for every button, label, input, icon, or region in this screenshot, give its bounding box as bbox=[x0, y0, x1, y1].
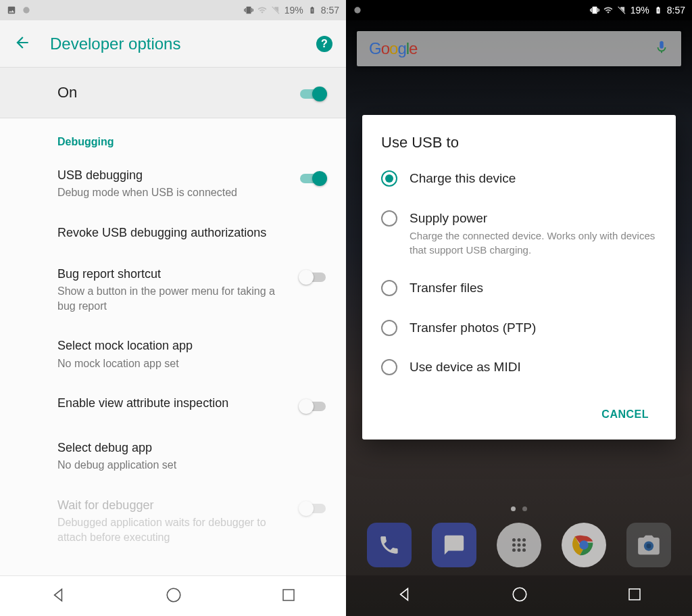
dialog-title: Use USB to bbox=[381, 134, 657, 151]
app-drawer-icon[interactable] bbox=[497, 523, 541, 567]
setting-sub: No mock location app set bbox=[57, 356, 316, 371]
svg-point-3 bbox=[354, 7, 360, 13]
radio-charge-device[interactable]: Charge this device bbox=[381, 170, 657, 187]
google-logo: Google bbox=[369, 39, 417, 58]
master-switch[interactable] bbox=[299, 85, 327, 103]
page-dot bbox=[522, 506, 527, 511]
app-bar: Developer options ? bbox=[0, 20, 346, 68]
nav-back-icon[interactable] bbox=[49, 586, 67, 607]
clock: 8:57 bbox=[321, 5, 339, 16]
home-content: Google Use USB to Charge this device Sup… bbox=[346, 20, 692, 616]
radio-icon[interactable] bbox=[381, 170, 397, 187]
section-header: Debugging bbox=[0, 118, 346, 155]
setting-sub: Debug mode when USB is connected bbox=[57, 185, 288, 200]
radio-transfer-files[interactable]: Transfer files bbox=[381, 280, 657, 297]
setting-select-debug-app[interactable]: Select debug app No debug application se… bbox=[0, 427, 346, 485]
page-indicator bbox=[346, 506, 692, 511]
search-bar[interactable]: Google bbox=[357, 31, 681, 66]
svg-point-9 bbox=[522, 544, 526, 547]
svg-point-6 bbox=[522, 538, 526, 542]
dock bbox=[346, 515, 692, 575]
chrome-app-icon[interactable] bbox=[562, 523, 606, 567]
no-sim-icon bbox=[271, 5, 280, 15]
master-toggle-row[interactable]: On bbox=[0, 68, 346, 118]
vibrate-icon bbox=[244, 5, 253, 15]
notification-dot-icon bbox=[353, 5, 362, 15]
svg-point-10 bbox=[512, 548, 516, 552]
svg-point-7 bbox=[512, 544, 516, 547]
wait-debugger-switch bbox=[299, 500, 327, 517]
setting-title: Select debug app bbox=[57, 440, 316, 456]
setting-sub: Debugged application waits for debugger … bbox=[57, 515, 288, 544]
back-icon[interactable] bbox=[14, 34, 31, 54]
radio-label: Charge this device bbox=[410, 170, 516, 187]
radio-label: Transfer photos (PTP) bbox=[410, 320, 536, 337]
nav-back-icon[interactable] bbox=[395, 586, 413, 606]
svg-rect-19 bbox=[629, 589, 640, 600]
radio-transfer-photos[interactable]: Transfer photos (PTP) bbox=[381, 320, 657, 337]
svg-point-8 bbox=[518, 544, 521, 547]
messages-app-icon[interactable] bbox=[432, 523, 476, 567]
radio-icon[interactable] bbox=[381, 280, 397, 296]
setting-title: Select mock location app bbox=[57, 337, 316, 354]
nav-bar bbox=[346, 575, 692, 616]
nav-home-icon[interactable] bbox=[165, 586, 182, 607]
usb-debugging-switch[interactable] bbox=[299, 170, 327, 187]
nav-home-icon[interactable] bbox=[511, 586, 528, 606]
usb-dialog: Use USB to Charge this device Supply pow… bbox=[362, 115, 676, 440]
settings-list: On Debugging USB debugging Debug mode wh… bbox=[0, 68, 346, 575]
svg-point-11 bbox=[518, 548, 521, 552]
svg-point-1 bbox=[167, 588, 180, 602]
setting-usb-debugging[interactable]: USB debugging Debug mode when USB is con… bbox=[0, 155, 346, 212]
settings-screen: 19% 8:57 Developer options ? On Debuggin… bbox=[0, 0, 346, 616]
setting-view-attribute[interactable]: Enable view attribute inspection bbox=[0, 383, 346, 427]
help-icon[interactable]: ? bbox=[316, 36, 332, 52]
svg-point-18 bbox=[513, 588, 526, 601]
notification-dot-icon bbox=[22, 5, 31, 15]
no-sim-icon bbox=[617, 5, 626, 15]
view-attr-switch[interactable] bbox=[299, 398, 327, 415]
setting-title: Revoke USB debugging authorizations bbox=[57, 224, 316, 241]
svg-point-12 bbox=[522, 548, 526, 552]
radio-midi[interactable]: Use device as MIDI bbox=[381, 359, 657, 376]
battery-percent: 19% bbox=[285, 5, 303, 16]
setting-title: Wait for debugger bbox=[57, 497, 288, 514]
radio-label: Supply power bbox=[410, 210, 657, 227]
wifi-icon bbox=[257, 5, 267, 15]
radio-icon[interactable] bbox=[381, 210, 397, 227]
nav-recent-icon[interactable] bbox=[626, 586, 643, 605]
radio-icon[interactable] bbox=[381, 320, 397, 336]
setting-title: USB debugging bbox=[57, 167, 288, 184]
setting-title: Bug report shortcut bbox=[57, 266, 288, 283]
radio-icon[interactable] bbox=[381, 359, 397, 375]
cancel-button[interactable]: CANCEL bbox=[593, 403, 657, 426]
mic-icon[interactable] bbox=[654, 40, 669, 57]
vibrate-icon bbox=[590, 5, 599, 15]
phone-app-icon[interactable] bbox=[367, 523, 412, 567]
radio-label: Transfer files bbox=[410, 280, 483, 297]
svg-point-5 bbox=[518, 538, 521, 542]
setting-sub: No debug application set bbox=[57, 458, 316, 473]
master-label: On bbox=[57, 84, 77, 101]
page-title: Developer options bbox=[50, 34, 180, 53]
setting-title: Enable view attribute inspection bbox=[57, 395, 288, 412]
radio-label: Use device as MIDI bbox=[410, 359, 521, 376]
svg-point-17 bbox=[647, 544, 651, 548]
bug-report-switch[interactable] bbox=[299, 268, 327, 286]
nav-recent-icon[interactable] bbox=[280, 587, 297, 606]
setting-revoke-usb[interactable]: Revoke USB debugging authorizations bbox=[0, 212, 346, 254]
setting-mock-location[interactable]: Select mock location app No mock locatio… bbox=[0, 325, 346, 383]
status-bar: 19% 8:57 bbox=[346, 0, 692, 20]
setting-sub: Show a button in the power menu for taki… bbox=[57, 284, 288, 313]
svg-point-0 bbox=[23, 7, 29, 13]
svg-point-4 bbox=[512, 538, 516, 542]
setting-wait-debugger: Wait for debugger Debugged application w… bbox=[0, 485, 346, 556]
wifi-icon bbox=[603, 5, 613, 15]
clock: 8:57 bbox=[667, 5, 685, 16]
image-icon bbox=[7, 5, 16, 15]
setting-bug-report-shortcut[interactable]: Bug report shortcut Show a button in the… bbox=[0, 254, 346, 325]
status-bar: 19% 8:57 bbox=[0, 0, 346, 20]
radio-supply-power[interactable]: Supply power Charge the connected device… bbox=[381, 210, 657, 257]
camera-app-icon[interactable] bbox=[626, 523, 671, 567]
nav-bar bbox=[0, 575, 346, 616]
